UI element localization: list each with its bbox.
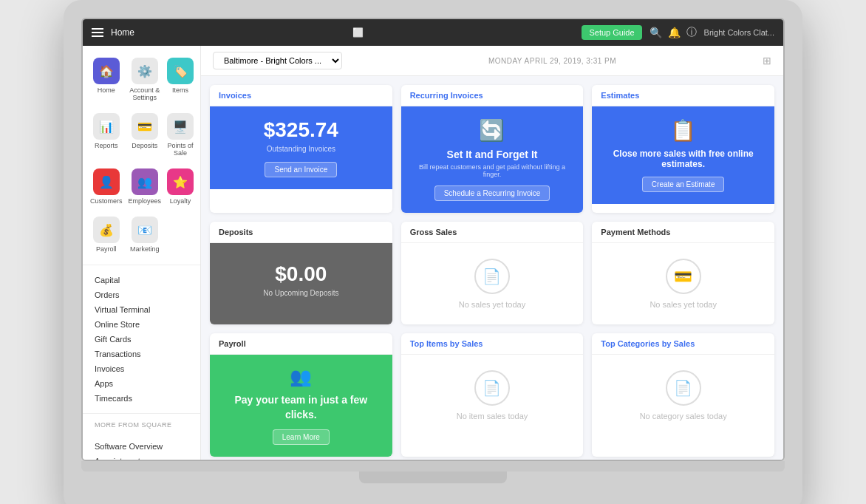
user-label: Bright Colors Clat...: [704, 28, 774, 37]
top-categories-empty-text: No category sales today: [640, 412, 727, 420]
top-items-card: Top Items by Sales 📄 No item sales today: [401, 333, 584, 457]
sidebar-link-invoices[interactable]: Invoices: [95, 361, 188, 376]
search-icon[interactable]: 🔍: [650, 27, 662, 38]
recurring-invoices-card: Recurring Invoices 🔄 Set It and Forget I…: [401, 85, 584, 213]
payroll-card: Payroll 👥 Pay your team in just a few cl…: [210, 333, 392, 457]
payroll-title: Pay your team in just a few clicks.: [222, 393, 381, 422]
recurring-header: Recurring Invoices: [401, 85, 584, 106]
date-label: MONDAY APRIL 29, 2019, 3:31 PM: [488, 57, 616, 65]
sidebar: 🏠Home⚙️Account & Settings🏷️Items📊Reports…: [83, 46, 201, 460]
payment-methods-card: Payment Methods 💳 No sales yet today: [592, 222, 774, 324]
grid-toggle-icon[interactable]: ⊞: [763, 55, 771, 67]
content-area: Baltimore - Bright Colors ... MONDAY APR…: [201, 46, 783, 460]
invoices-amount: $325.74: [264, 118, 338, 142]
sidebar-link-capital[interactable]: Capital: [95, 273, 188, 287]
sidebar-item-home[interactable]: 🏠Home: [89, 53, 124, 106]
payment-methods-header: Payment Methods: [592, 222, 774, 243]
top-categories-header: Top Categories by Sales: [592, 333, 774, 355]
invoices-header: Invoices: [210, 85, 392, 106]
sidebar-item-marketing[interactable]: 📧Marketing: [127, 212, 163, 257]
send-invoice-button[interactable]: Send an Invoice: [265, 162, 337, 177]
sidebar-link-timecards[interactable]: Timecards: [95, 391, 188, 406]
sidebar-item-account[interactable]: ⚙️Account & Settings: [127, 53, 163, 106]
sidebar-item-customers[interactable]: 👤Customers: [89, 164, 124, 209]
location-select[interactable]: Baltimore - Bright Colors ...: [213, 52, 342, 69]
invoices-card: Invoices $325.74 Outstanding Invoices Se…: [210, 85, 392, 213]
gross-sales-empty-text: No sales yet today: [459, 300, 526, 309]
hamburger-icon[interactable]: [92, 28, 103, 37]
estimates-desc: Close more sales with free online estima…: [604, 149, 763, 169]
estimates-card: Estimates 📋 Close more sales with free o…: [592, 85, 774, 213]
deposits-subtitle: No Upcoming Deposits: [263, 289, 338, 297]
sidebar-more-link-appointments[interactable]: Appointments: [95, 454, 188, 460]
page-title: Home: [111, 27, 134, 38]
sidebar-link-online-store[interactable]: Online Store: [95, 317, 188, 332]
sidebar-item-employees[interactable]: 👥Employees: [127, 164, 163, 209]
recurring-title: Set It and Forget It: [447, 149, 538, 160]
payment-methods-empty-icon: 💳: [666, 259, 701, 294]
top-items-empty-text: No item sales today: [457, 412, 528, 420]
payroll-icon: 👥: [290, 367, 312, 387]
sidebar-more-link-software-overview[interactable]: Software Overview: [95, 439, 188, 454]
sidebar-item-deposits[interactable]: 💳Deposits: [127, 109, 163, 161]
recurring-icon: 🔄: [479, 118, 505, 143]
estimates-header: Estimates: [592, 85, 774, 106]
payroll-header: Payroll: [210, 333, 392, 355]
deposits-header: Deposits: [210, 222, 392, 243]
sidebar-item-payroll[interactable]: 💰Payroll: [89, 212, 124, 257]
recurring-desc: Bill repeat customers and get paid witho…: [413, 163, 572, 178]
sidebar-link-apps[interactable]: Apps: [95, 376, 188, 391]
sidebar-item-items[interactable]: 🏷️Items: [166, 53, 195, 106]
sidebar-item-reports[interactable]: 📊Reports: [89, 109, 124, 161]
sidebar-link-gift-cards[interactable]: Gift Cards: [95, 332, 188, 347]
setup-guide-button[interactable]: Setup Guide: [582, 25, 641, 40]
sidebar-more-links: Software OverviewAppointments: [83, 432, 200, 460]
sidebar-more-title: MORE FROM SQUARE: [83, 414, 200, 432]
schedule-recurring-button[interactable]: Schedule a Recurring Invoice: [434, 185, 550, 201]
sidebar-link-transactions[interactable]: Transactions: [95, 347, 188, 361]
top-items-header: Top Items by Sales: [401, 333, 584, 355]
content-header: Baltimore - Bright Colors ... MONDAY APR…: [201, 46, 783, 76]
deposits-amount: $0.00: [275, 262, 327, 286]
sidebar-icons-grid: 🏠Home⚙️Account & Settings🏷️Items📊Reports…: [83, 46, 200, 265]
sidebar-links: CapitalOrdersVirtual TerminalOnline Stor…: [83, 265, 200, 414]
deposits-card: Deposits $0.00 No Upcoming Deposits: [210, 222, 392, 324]
help-icon[interactable]: ⓘ: [686, 26, 697, 39]
create-estimate-button[interactable]: Create an Estimate: [642, 177, 725, 192]
sidebar-link-virtual-terminal[interactable]: Virtual Terminal: [95, 302, 188, 317]
payroll-learn-more-button[interactable]: Learn More: [273, 429, 330, 445]
top-categories-card: Top Categories by Sales 📄 No category sa…: [592, 333, 774, 457]
top-items-empty-icon: 📄: [474, 370, 510, 406]
sidebar-item-loyalty[interactable]: ⭐Loyalty: [166, 164, 195, 209]
gross-sales-header: Gross Sales: [401, 222, 584, 243]
payment-methods-empty-text: No sales yet today: [650, 300, 717, 309]
top-categories-empty-icon: 📄: [666, 370, 701, 406]
invoices-subtitle: Outstanding Invoices: [267, 145, 335, 153]
sidebar-link-orders[interactable]: Orders: [95, 287, 188, 302]
dashboard-grid: Invoices $325.74 Outstanding Invoices Se…: [201, 76, 783, 460]
sidebar-item-pos[interactable]: 🖥️Points of Sale: [166, 109, 195, 161]
window-controls: ⬜: [352, 27, 364, 38]
notifications-icon[interactable]: 🔔: [668, 27, 681, 38]
gross-sales-card: Gross Sales 📄 No sales yet today: [401, 222, 584, 324]
estimates-icon: 📋: [670, 118, 696, 143]
gross-sales-empty-icon: 📄: [474, 259, 510, 294]
